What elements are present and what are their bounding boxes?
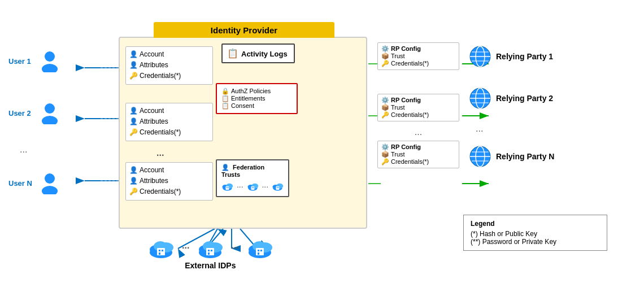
users-area: User 1 User 2 ... User N: [8, 50, 60, 194]
user-n-avatar: [40, 172, 60, 194]
user-2-avatar: [40, 102, 60, 124]
rp-1-label: Relying Party 1: [496, 52, 553, 61]
legend-title: Legend: [471, 220, 600, 228]
rp-2-label: Relying Party 2: [496, 94, 553, 103]
ext-idp-dots: ···: [182, 243, 189, 253]
svg-rect-30: [228, 187, 228, 188]
rp-config-1: ⚙️RP Config 📦Trust 🔑Credentials(*): [377, 42, 459, 70]
rp-n-globe: [469, 145, 491, 168]
svg-rect-77: [208, 250, 210, 251]
rp-2-row: Relying Party 2: [469, 87, 554, 110]
svg-rect-35: [252, 187, 253, 188]
svg-point-44: [42, 64, 58, 72]
svg-point-46: [42, 116, 58, 124]
rp-1-row: Relying Party 1: [469, 45, 554, 68]
ext-idp-cloud-3: [246, 237, 274, 259]
user-1-row: User 1: [8, 50, 60, 72]
users-dots: ...: [20, 145, 60, 155]
rp-n-label: Relying Party N: [496, 152, 554, 161]
ext-idp-cloud-2: [196, 237, 224, 259]
svg-point-43: [45, 51, 55, 62]
legend-item-1: (*) Hash or Public Key: [471, 230, 600, 238]
user-2-row: User 2: [8, 102, 60, 124]
svg-rect-69: [159, 250, 160, 251]
user-n-row: User N: [8, 172, 60, 194]
svg-rect-87: [258, 253, 259, 255]
relying-parties-area: Relying Party 1 Relying Party 2 ...: [469, 45, 554, 168]
rp-config-2: ⚙️RP Config 📦Trust 🔑Credentials(*): [377, 94, 459, 121]
svg-rect-78: [211, 250, 212, 251]
user-n-label: User N: [8, 179, 40, 188]
svg-rect-68: [157, 248, 165, 255]
rp-config-n: ⚙️RP Config 📦Trust 🔑Credentials(*): [377, 141, 459, 168]
ext-idp-cloud-1: [147, 237, 175, 259]
svg-rect-85: [258, 250, 259, 251]
user-1-avatar: [40, 50, 60, 72]
svg-rect-41: [277, 187, 277, 188]
rp-n-row: Relying Party N: [469, 145, 554, 168]
idp-title: Identity Provider: [154, 22, 334, 38]
rp-dots-label: ...: [476, 124, 554, 134]
rp-dots: ...: [377, 127, 459, 137]
svg-rect-86: [260, 250, 262, 251]
svg-rect-84: [256, 248, 264, 255]
svg-rect-79: [208, 253, 210, 255]
account-group-3: 👤Account 👤Attributes 🔑Credentials(*): [125, 162, 213, 201]
federation-trusts-box: 👤 Federation Trusts ···: [216, 159, 289, 197]
svg-rect-76: [206, 248, 214, 255]
svg-point-47: [45, 173, 55, 184]
svg-rect-36: [253, 187, 254, 188]
user-2-label: User 2: [8, 109, 40, 117]
diagram-area: Identity Provider 👤Account 👤Attributes 🔑…: [6, 6, 638, 290]
dots-middle: ...: [156, 148, 164, 158]
ext-idp-dots2: ···: [231, 243, 238, 253]
external-idps-area: ··· ···: [147, 237, 274, 270]
svg-rect-29: [227, 187, 227, 188]
rp-2-globe: [469, 87, 491, 110]
user-1-label: User 1: [8, 57, 40, 66]
idp-box: Identity Provider 👤Account 👤Attributes 🔑…: [119, 37, 367, 229]
svg-rect-42: [278, 187, 279, 188]
svg-point-45: [45, 103, 55, 114]
svg-point-48: [42, 186, 58, 194]
legend-box: Legend (*) Hash or Public Key (**) Passw…: [463, 215, 607, 251]
authz-policies-box: 🔒AuthZ Policies 📋Entitlements 📋Consent: [216, 83, 298, 114]
svg-rect-70: [162, 250, 163, 251]
activity-logs-box: 📋Activity Logs: [221, 43, 295, 63]
rp-configs-area: ⚙️RP Config 📦Trust 🔑Credentials(*) ⚙️RP …: [377, 42, 459, 174]
account-group-2: 👤Account 👤Attributes 🔑Credentials(*): [125, 103, 213, 141]
account-group-1: 👤Account 👤Attributes 🔑Credentials(*): [125, 46, 213, 85]
rp-1-globe: [469, 45, 491, 68]
svg-rect-71: [159, 253, 160, 255]
external-idps-label: External IDPs: [147, 261, 274, 270]
legend-item-2: (**) Password or Private Key: [471, 238, 600, 246]
